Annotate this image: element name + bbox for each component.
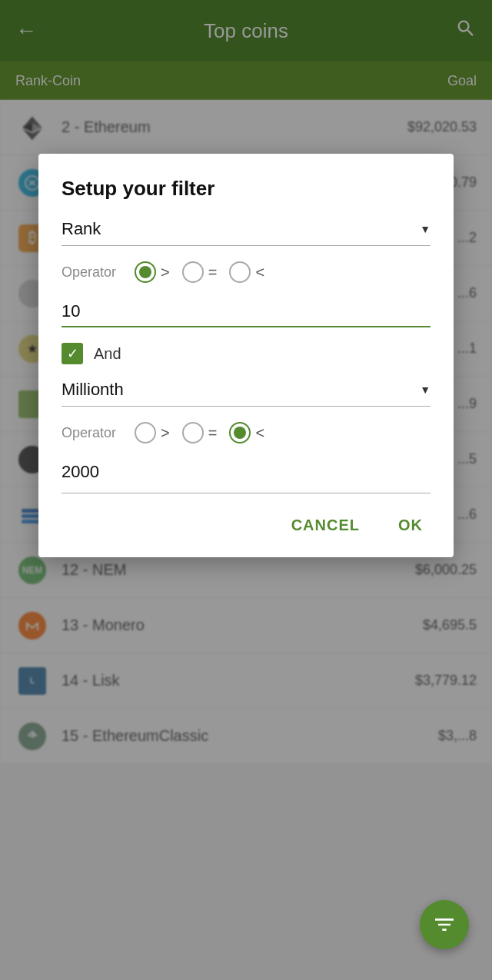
filter1-value-row [62,298,430,327]
filter2-value-input[interactable] [62,459,430,487]
filter1-radio-equal[interactable]: = [182,261,218,283]
filter1-radio-greater-circle[interactable] [135,261,156,283]
filter1-greater-symbol: > [161,264,170,281]
filter2-radio-less-circle[interactable] [229,422,251,443]
filter2-dropdown-arrow: ▼ [420,384,430,396]
filter2-dropdown-label: Millionth [62,380,124,400]
filter1-equal-symbol: = [208,264,218,281]
filter2-radio-greater-circle[interactable] [135,422,156,443]
filter1-operator-label: Operator [62,264,116,281]
filter2-radio-greater[interactable]: > [135,422,170,443]
filter1-radio-greater[interactable]: > [135,261,170,283]
filter1-radio-less[interactable]: < [229,261,264,283]
filter2-operator-label: Operator [62,425,116,441]
filter1-radio-less-circle[interactable] [229,261,251,283]
filter1-radio-group: > = < [135,261,264,283]
filter1-dropdown-arrow: ▼ [420,223,430,235]
filter-dialog: Setup your filter Rank ▼ Operator > = < [38,154,454,557]
filter1-dropdown-label: Rank [62,219,101,239]
filter1-less-symbol: < [255,264,264,281]
filter1-value-input[interactable] [62,298,430,326]
dialog-overlay: Setup your filter Rank ▼ Operator > = < [0,0,492,980]
filter2-radio-less[interactable]: < [229,422,264,443]
filter2-radio-group: > = < [135,422,264,443]
and-checkbox[interactable]: ✓ [62,343,83,364]
filter2-dropdown[interactable]: Millionth ▼ [62,380,430,407]
filter2-equal-symbol: = [208,424,218,442]
filter2-greater-symbol: > [161,424,170,442]
filter1-operator-row: Operator > = < [62,261,430,283]
filter1-dropdown[interactable]: Rank ▼ [62,219,430,246]
filter-fab[interactable] [420,900,469,949]
dialog-button-row: CANCEL OK [62,509,430,542]
and-checkbox-row: ✓ And [62,343,430,364]
filter1-radio-equal-circle[interactable] [182,261,204,283]
filter2-less-symbol: < [255,424,264,442]
filter2-operator-row: Operator > = < [62,422,430,443]
dialog-title: Setup your filter [62,177,430,201]
filter2-value-row [62,459,430,493]
check-icon: ✓ [67,345,78,362]
and-label: And [94,345,121,363]
filter2-radio-equal-circle[interactable] [182,422,204,443]
ok-button[interactable]: OK [391,509,430,542]
filter2-radio-equal[interactable]: = [182,422,218,443]
cancel-button[interactable]: CANCEL [284,509,367,542]
